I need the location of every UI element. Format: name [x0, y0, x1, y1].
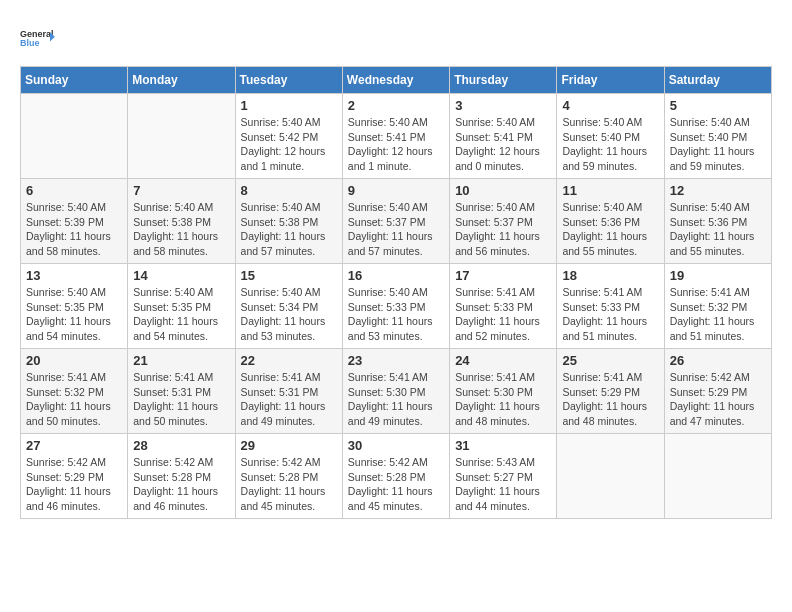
- day-info: Sunrise: 5:40 AMSunset: 5:40 PMDaylight:…: [562, 115, 658, 174]
- day-number: 27: [26, 438, 122, 453]
- day-info: Sunrise: 5:41 AMSunset: 5:33 PMDaylight:…: [562, 285, 658, 344]
- logo: General Blue: [20, 20, 56, 56]
- day-number: 12: [670, 183, 766, 198]
- day-info: Sunrise: 5:42 AMSunset: 5:28 PMDaylight:…: [348, 455, 444, 514]
- calendar-cell: 24Sunrise: 5:41 AMSunset: 5:30 PMDayligh…: [450, 349, 557, 434]
- day-number: 18: [562, 268, 658, 283]
- day-info: Sunrise: 5:40 AMSunset: 5:41 PMDaylight:…: [455, 115, 551, 174]
- calendar-cell: 14Sunrise: 5:40 AMSunset: 5:35 PMDayligh…: [128, 264, 235, 349]
- week-row-2: 6Sunrise: 5:40 AMSunset: 5:39 PMDaylight…: [21, 179, 772, 264]
- col-header-monday: Monday: [128, 67, 235, 94]
- calendar-cell: 1Sunrise: 5:40 AMSunset: 5:42 PMDaylight…: [235, 94, 342, 179]
- day-number: 7: [133, 183, 229, 198]
- calendar-cell: 2Sunrise: 5:40 AMSunset: 5:41 PMDaylight…: [342, 94, 449, 179]
- col-header-saturday: Saturday: [664, 67, 771, 94]
- day-info: Sunrise: 5:42 AMSunset: 5:28 PMDaylight:…: [133, 455, 229, 514]
- header: General Blue: [20, 20, 772, 56]
- day-number: 2: [348, 98, 444, 113]
- day-info: Sunrise: 5:40 AMSunset: 5:38 PMDaylight:…: [241, 200, 337, 259]
- calendar-cell: 8Sunrise: 5:40 AMSunset: 5:38 PMDaylight…: [235, 179, 342, 264]
- day-number: 31: [455, 438, 551, 453]
- day-number: 4: [562, 98, 658, 113]
- day-info: Sunrise: 5:40 AMSunset: 5:38 PMDaylight:…: [133, 200, 229, 259]
- day-number: 22: [241, 353, 337, 368]
- day-info: Sunrise: 5:41 AMSunset: 5:33 PMDaylight:…: [455, 285, 551, 344]
- calendar-cell: 5Sunrise: 5:40 AMSunset: 5:40 PMDaylight…: [664, 94, 771, 179]
- calendar-cell: 31Sunrise: 5:43 AMSunset: 5:27 PMDayligh…: [450, 434, 557, 519]
- day-number: 6: [26, 183, 122, 198]
- calendar-header: SundayMondayTuesdayWednesdayThursdayFrid…: [21, 67, 772, 94]
- header-row: SundayMondayTuesdayWednesdayThursdayFrid…: [21, 67, 772, 94]
- day-info: Sunrise: 5:41 AMSunset: 5:32 PMDaylight:…: [26, 370, 122, 429]
- calendar-cell: 4Sunrise: 5:40 AMSunset: 5:40 PMDaylight…: [557, 94, 664, 179]
- col-header-wednesday: Wednesday: [342, 67, 449, 94]
- svg-text:Blue: Blue: [20, 38, 40, 48]
- day-info: Sunrise: 5:42 AMSunset: 5:28 PMDaylight:…: [241, 455, 337, 514]
- day-info: Sunrise: 5:40 AMSunset: 5:39 PMDaylight:…: [26, 200, 122, 259]
- calendar-cell: 10Sunrise: 5:40 AMSunset: 5:37 PMDayligh…: [450, 179, 557, 264]
- day-number: 29: [241, 438, 337, 453]
- col-header-friday: Friday: [557, 67, 664, 94]
- calendar-cell: 18Sunrise: 5:41 AMSunset: 5:33 PMDayligh…: [557, 264, 664, 349]
- calendar-table: SundayMondayTuesdayWednesdayThursdayFrid…: [20, 66, 772, 519]
- calendar-cell: 9Sunrise: 5:40 AMSunset: 5:37 PMDaylight…: [342, 179, 449, 264]
- calendar-body: 1Sunrise: 5:40 AMSunset: 5:42 PMDaylight…: [21, 94, 772, 519]
- calendar-cell: 17Sunrise: 5:41 AMSunset: 5:33 PMDayligh…: [450, 264, 557, 349]
- calendar-cell: 12Sunrise: 5:40 AMSunset: 5:36 PMDayligh…: [664, 179, 771, 264]
- calendar-cell: 15Sunrise: 5:40 AMSunset: 5:34 PMDayligh…: [235, 264, 342, 349]
- day-number: 15: [241, 268, 337, 283]
- day-number: 8: [241, 183, 337, 198]
- col-header-tuesday: Tuesday: [235, 67, 342, 94]
- day-number: 23: [348, 353, 444, 368]
- day-number: 14: [133, 268, 229, 283]
- day-info: Sunrise: 5:42 AMSunset: 5:29 PMDaylight:…: [26, 455, 122, 514]
- day-number: 21: [133, 353, 229, 368]
- logo-svg: General Blue: [20, 20, 56, 56]
- week-row-4: 20Sunrise: 5:41 AMSunset: 5:32 PMDayligh…: [21, 349, 772, 434]
- calendar-cell: [557, 434, 664, 519]
- calendar-cell: 23Sunrise: 5:41 AMSunset: 5:30 PMDayligh…: [342, 349, 449, 434]
- day-info: Sunrise: 5:40 AMSunset: 5:41 PMDaylight:…: [348, 115, 444, 174]
- day-info: Sunrise: 5:40 AMSunset: 5:35 PMDaylight:…: [133, 285, 229, 344]
- day-info: Sunrise: 5:40 AMSunset: 5:40 PMDaylight:…: [670, 115, 766, 174]
- day-info: Sunrise: 5:40 AMSunset: 5:36 PMDaylight:…: [562, 200, 658, 259]
- day-info: Sunrise: 5:42 AMSunset: 5:29 PMDaylight:…: [670, 370, 766, 429]
- calendar-cell: 29Sunrise: 5:42 AMSunset: 5:28 PMDayligh…: [235, 434, 342, 519]
- day-info: Sunrise: 5:40 AMSunset: 5:42 PMDaylight:…: [241, 115, 337, 174]
- day-info: Sunrise: 5:43 AMSunset: 5:27 PMDaylight:…: [455, 455, 551, 514]
- day-info: Sunrise: 5:41 AMSunset: 5:30 PMDaylight:…: [348, 370, 444, 429]
- week-row-3: 13Sunrise: 5:40 AMSunset: 5:35 PMDayligh…: [21, 264, 772, 349]
- day-number: 9: [348, 183, 444, 198]
- calendar-cell: 7Sunrise: 5:40 AMSunset: 5:38 PMDaylight…: [128, 179, 235, 264]
- col-header-sunday: Sunday: [21, 67, 128, 94]
- day-number: 28: [133, 438, 229, 453]
- calendar-cell: 26Sunrise: 5:42 AMSunset: 5:29 PMDayligh…: [664, 349, 771, 434]
- day-info: Sunrise: 5:40 AMSunset: 5:37 PMDaylight:…: [455, 200, 551, 259]
- calendar-cell: [21, 94, 128, 179]
- week-row-1: 1Sunrise: 5:40 AMSunset: 5:42 PMDaylight…: [21, 94, 772, 179]
- day-info: Sunrise: 5:41 AMSunset: 5:31 PMDaylight:…: [241, 370, 337, 429]
- calendar-cell: 19Sunrise: 5:41 AMSunset: 5:32 PMDayligh…: [664, 264, 771, 349]
- day-info: Sunrise: 5:40 AMSunset: 5:37 PMDaylight:…: [348, 200, 444, 259]
- day-number: 30: [348, 438, 444, 453]
- svg-text:General: General: [20, 29, 54, 39]
- day-number: 19: [670, 268, 766, 283]
- calendar-cell: 16Sunrise: 5:40 AMSunset: 5:33 PMDayligh…: [342, 264, 449, 349]
- day-number: 1: [241, 98, 337, 113]
- day-info: Sunrise: 5:40 AMSunset: 5:34 PMDaylight:…: [241, 285, 337, 344]
- day-info: Sunrise: 5:40 AMSunset: 5:36 PMDaylight:…: [670, 200, 766, 259]
- day-number: 3: [455, 98, 551, 113]
- calendar-cell: 30Sunrise: 5:42 AMSunset: 5:28 PMDayligh…: [342, 434, 449, 519]
- calendar-cell: [664, 434, 771, 519]
- calendar-cell: 21Sunrise: 5:41 AMSunset: 5:31 PMDayligh…: [128, 349, 235, 434]
- day-number: 13: [26, 268, 122, 283]
- day-info: Sunrise: 5:40 AMSunset: 5:35 PMDaylight:…: [26, 285, 122, 344]
- calendar-cell: 22Sunrise: 5:41 AMSunset: 5:31 PMDayligh…: [235, 349, 342, 434]
- calendar-cell: 20Sunrise: 5:41 AMSunset: 5:32 PMDayligh…: [21, 349, 128, 434]
- calendar-cell: 28Sunrise: 5:42 AMSunset: 5:28 PMDayligh…: [128, 434, 235, 519]
- day-number: 25: [562, 353, 658, 368]
- calendar-cell: 25Sunrise: 5:41 AMSunset: 5:29 PMDayligh…: [557, 349, 664, 434]
- day-info: Sunrise: 5:40 AMSunset: 5:33 PMDaylight:…: [348, 285, 444, 344]
- calendar-cell: 13Sunrise: 5:40 AMSunset: 5:35 PMDayligh…: [21, 264, 128, 349]
- day-info: Sunrise: 5:41 AMSunset: 5:31 PMDaylight:…: [133, 370, 229, 429]
